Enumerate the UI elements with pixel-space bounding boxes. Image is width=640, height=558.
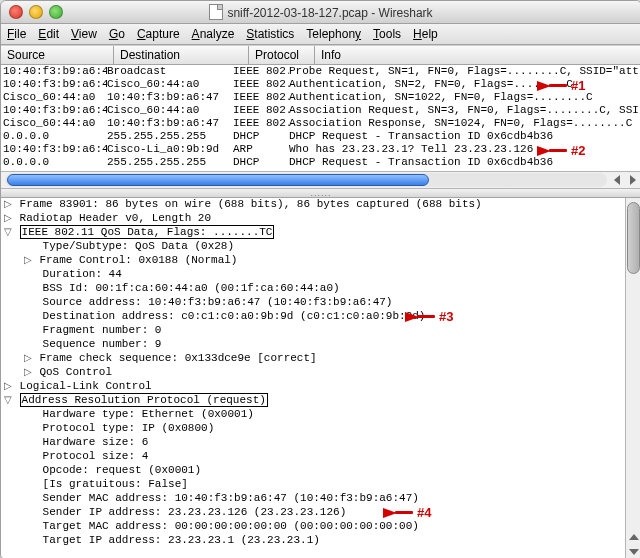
scroll-left-button[interactable]: [609, 172, 625, 188]
arrow-icon: [405, 312, 419, 322]
marker-2: #2: [571, 143, 585, 158]
traffic-lights: [9, 5, 63, 19]
col-info[interactable]: Info: [315, 46, 640, 64]
tree-arp-smac[interactable]: Sender MAC address: 10:40:f3:b9:a6:47 (1…: [43, 492, 419, 504]
minimize-icon[interactable]: [29, 5, 43, 19]
tree-arp-op[interactable]: Opcode: request (0x0001): [43, 464, 201, 476]
menu-edit[interactable]: Edit: [38, 27, 59, 41]
menu-help[interactable]: Help: [413, 27, 438, 41]
tree-fcs[interactable]: Frame check sequence: 0x133dce9e [correc…: [39, 352, 316, 364]
tree-dsta[interactable]: Destination address: c0:c1:c0:a0:9b:9d (…: [43, 310, 426, 322]
tree-arp[interactable]: Address Resolution Protocol (request): [20, 393, 268, 407]
menu-analyze[interactable]: Analyze: [192, 27, 235, 41]
tree-type[interactable]: Type/Subtype: QoS Data (0x28): [43, 240, 234, 252]
marker-4: #4: [417, 505, 431, 520]
arrow-icon: [549, 84, 567, 87]
tree-arp-hs[interactable]: Hardware size: 6: [43, 436, 149, 448]
menu-telephony[interactable]: Telephony: [306, 27, 361, 41]
collapse-icon[interactable]: ▽: [3, 226, 13, 237]
tree-llc[interactable]: Logical-Link Control: [20, 380, 152, 392]
vscroll-thumb[interactable]: [627, 202, 640, 274]
vscrollbar[interactable]: [625, 198, 640, 558]
arrow-icon: [395, 511, 413, 514]
menu-file[interactable]: File: [7, 27, 26, 41]
menu-capture[interactable]: Capture: [137, 27, 180, 41]
tree-dur[interactable]: Duration: 44: [43, 268, 122, 280]
marker-3: #3: [439, 309, 453, 324]
tree-radiotap[interactable]: Radiotap Header v0, Length 20: [20, 212, 211, 224]
tree-arp-tmac[interactable]: Target MAC address: 00:00:00:00:00:00 (0…: [43, 520, 419, 532]
tree-seq[interactable]: Sequence number: 9: [43, 338, 162, 350]
tree-arp-hw[interactable]: Hardware type: Ethernet (0x0001): [43, 408, 254, 420]
tree-arp-ps[interactable]: Protocol size: 4: [43, 450, 149, 462]
window-title: sniff-2012-03-18-127.pcap - Wireshark: [1, 4, 640, 20]
scroll-down-button[interactable]: [626, 544, 640, 558]
arrow-icon: [549, 149, 567, 152]
menu-view[interactable]: View: [71, 27, 97, 41]
column-headers[interactable]: Source Destination Protocol Info: [1, 45, 640, 65]
expand-icon[interactable]: ▷: [3, 212, 13, 223]
chevron-left-icon: [614, 175, 620, 185]
tree-arp-pt[interactable]: Protocol type: IP (0x0800): [43, 422, 215, 434]
col-destination[interactable]: Destination: [114, 46, 249, 64]
expand-icon[interactable]: ▷: [23, 254, 33, 265]
close-icon[interactable]: [9, 5, 23, 19]
packet-list[interactable]: 10:40:f3:b9:a6:47BroadcastIEEE 802.Probe…: [1, 65, 640, 171]
hscrollbar[interactable]: [1, 171, 640, 189]
table-row[interactable]: 0.0.0.0255.255.255.255DHCPDHCP Request -…: [1, 130, 640, 143]
pane-splitter[interactable]: ......: [1, 189, 640, 198]
scroll-up-button[interactable]: [626, 529, 640, 544]
menu-tools[interactable]: Tools: [373, 27, 401, 41]
col-source[interactable]: Source: [1, 46, 114, 64]
menu-bar[interactable]: File Edit View Go Capture Analyze Statis…: [1, 24, 640, 45]
expand-icon[interactable]: ▷: [23, 352, 33, 363]
arrow-icon: [537, 146, 551, 156]
tree-ieee[interactable]: IEEE 802.11 QoS Data, Flags: .......TC: [20, 225, 275, 239]
table-row[interactable]: 10:40:f3:b9:a6:47BroadcastIEEE 802.Probe…: [1, 65, 640, 78]
main-window: sniff-2012-03-18-127.pcap - Wireshark Fi…: [0, 0, 640, 558]
expand-icon[interactable]: ▷: [23, 366, 33, 377]
document-icon: [209, 4, 223, 20]
arrow-icon: [537, 81, 551, 91]
table-row[interactable]: Cisco_60:44:a010:40:f3:b9:a6:47IEEE 802.…: [1, 91, 640, 104]
tree-arp-grat[interactable]: [Is gratuitous: False]: [43, 478, 188, 490]
expand-icon[interactable]: ▷: [3, 198, 13, 209]
chevron-right-icon: [630, 175, 636, 185]
table-row[interactable]: 0.0.0.0255.255.255.255DHCPDHCP Request -…: [1, 156, 640, 169]
arrow-icon: [383, 508, 397, 518]
table-row[interactable]: 10:40:f3:b9:a6:47Cisco_60:44:a0IEEE 802.…: [1, 104, 640, 117]
hscroll-thumb[interactable]: [7, 174, 429, 186]
menu-statistics[interactable]: Statistics: [246, 27, 294, 41]
table-row[interactable]: Cisco_60:44:a010:40:f3:b9:a6:47IEEE 802.…: [1, 117, 640, 130]
tree-bss[interactable]: BSS Id: 00:1f:ca:60:44:a0 (00:1f:ca:60:4…: [43, 282, 340, 294]
zoom-icon[interactable]: [49, 5, 63, 19]
col-protocol[interactable]: Protocol: [249, 46, 315, 64]
tree-arp-sip[interactable]: Sender IP address: 23.23.23.126 (23.23.2…: [43, 506, 347, 518]
expand-icon[interactable]: ▷: [3, 380, 13, 391]
tree-arp-tip[interactable]: Target IP address: 23.23.23.1 (23.23.23.…: [43, 534, 320, 546]
arrow-icon: [417, 315, 435, 318]
tree-fc[interactable]: Frame Control: 0x0188 (Normal): [39, 254, 237, 266]
collapse-icon[interactable]: ▽: [3, 394, 13, 405]
window-title-text: sniff-2012-03-18-127.pcap - Wireshark: [227, 6, 432, 20]
tree-srca[interactable]: Source address: 10:40:f3:b9:a6:47 (10:40…: [43, 296, 393, 308]
packet-details[interactable]: ▷ Frame 83901: 86 bytes on wire (688 bit…: [1, 198, 640, 558]
chevron-down-icon: [629, 549, 639, 555]
scroll-right-button[interactable]: [625, 172, 640, 188]
title-bar[interactable]: sniff-2012-03-18-127.pcap - Wireshark: [1, 1, 640, 24]
marker-1: #1: [571, 78, 585, 93]
tree-frame[interactable]: Frame 83901: 86 bytes on wire (688 bits)…: [20, 198, 482, 210]
tree-qos[interactable]: QoS Control: [39, 366, 112, 378]
hscroll-track[interactable]: [5, 173, 607, 187]
tree-frag[interactable]: Fragment number: 0: [43, 324, 162, 336]
menu-go[interactable]: Go: [109, 27, 125, 41]
chevron-up-icon: [629, 534, 639, 540]
